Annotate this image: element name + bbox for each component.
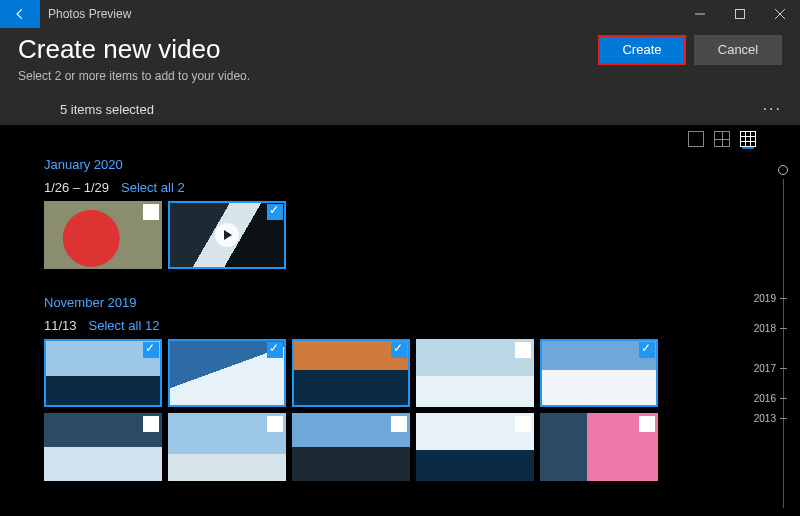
selection-checkbox[interactable] [391,342,407,358]
thumbnail[interactable] [168,413,286,481]
header: Create new video Create Cancel Select 2 … [0,28,800,93]
group-header[interactable]: November 2019 [44,295,756,310]
group-header[interactable]: January 2020 [44,157,756,172]
selection-checkbox[interactable] [515,342,531,358]
view-single-icon[interactable] [688,131,704,147]
thumbnail-row [44,201,756,269]
view-mode-toggle [688,131,756,147]
selection-checkbox[interactable] [639,342,655,358]
title-bar: Photos Preview [0,0,800,28]
timeline-year-label[interactable]: 2016 [754,393,776,404]
timeline-knob[interactable] [778,165,788,175]
selection-count-label: 5 items selected [60,102,154,117]
thumbnail-row [44,339,756,407]
thumbnail[interactable] [168,201,286,269]
cancel-button[interactable]: Cancel [694,35,782,65]
timeline-year-label[interactable]: 2017 [754,363,776,374]
date-range-label: 1/26 – 1/29 [44,180,109,195]
selection-checkbox[interactable] [391,416,407,432]
selection-status-bar: 5 items selected ··· [0,93,800,125]
selection-checkbox[interactable] [143,416,159,432]
timeline-year-label[interactable]: 2019 [754,293,776,304]
selection-checkbox[interactable] [515,416,531,432]
select-all-link[interactable]: Select all 12 [89,318,160,333]
close-button[interactable] [760,0,800,28]
thumbnail[interactable] [44,413,162,481]
view-grid-icon[interactable] [714,131,730,147]
page-title: Create new video [18,34,590,65]
maximize-button[interactable] [720,0,760,28]
create-button[interactable]: Create [598,35,686,65]
minimize-button[interactable] [680,0,720,28]
date-range-label: 11/13 [44,318,77,333]
selection-checkbox[interactable] [639,416,655,432]
thumbnail[interactable] [416,339,534,407]
view-dense-grid-icon[interactable] [740,131,756,147]
page-subtitle: Select 2 or more items to add to your vi… [18,69,782,83]
more-options-button[interactable]: ··· [763,100,782,118]
selection-checkbox[interactable] [267,342,283,358]
timeline-year-label[interactable]: 2013 [754,413,776,424]
selection-checkbox[interactable] [267,416,283,432]
timeline-rail [783,179,784,508]
timeline-scrubber[interactable]: 2019 2018 2017 2016 2013 [760,165,790,508]
thumbnail[interactable] [540,339,658,407]
svg-rect-1 [736,10,745,19]
app-title: Photos Preview [48,7,680,21]
thumbnail[interactable] [540,413,658,481]
back-button[interactable] [0,0,40,28]
app-window: Photos Preview Create new video Create C… [0,0,800,516]
select-all-link[interactable]: Select all 2 [121,180,185,195]
selection-checkbox[interactable] [267,204,283,220]
thumbnail-row [44,413,756,481]
thumbnail[interactable] [168,339,286,407]
timeline-year-label[interactable]: 2018 [754,323,776,334]
selection-checkbox[interactable] [143,342,159,358]
thumbnail[interactable] [44,339,162,407]
thumbnail[interactable] [416,413,534,481]
thumbnail[interactable] [292,413,410,481]
content-area: January 2020 1/26 – 1/29 Select all 2 No… [0,125,800,516]
window-controls [680,0,800,28]
thumbnail[interactable] [292,339,410,407]
selection-checkbox[interactable] [143,204,159,220]
play-icon [215,223,239,247]
thumbnail[interactable] [44,201,162,269]
